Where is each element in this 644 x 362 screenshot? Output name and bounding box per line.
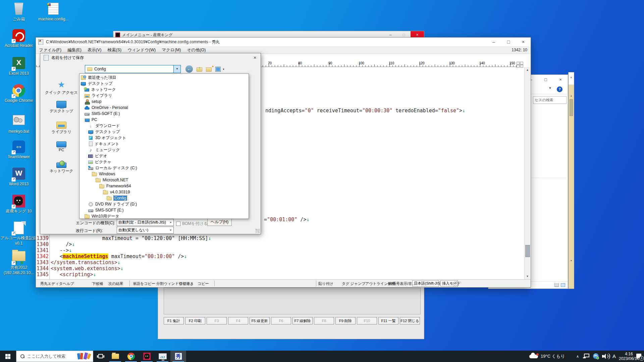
action-center-button[interactable]: 1 bbox=[635, 351, 644, 362]
scroll-down-icon[interactable]: ▼ bbox=[525, 274, 530, 279]
menu-item[interactable]: 編集(E) bbox=[64, 46, 85, 54]
new-folder-button[interactable]: * bbox=[205, 65, 214, 73]
tree-item[interactable]: SMS-SOFT (E:) bbox=[79, 111, 249, 117]
tree-item[interactable]: SMS-SOFT (E:) bbox=[79, 207, 249, 213]
taskbar-app-chrome[interactable] bbox=[123, 351, 139, 362]
desktop-icon-excel[interactable]: X↗Excel 2013 bbox=[0, 56, 37, 76]
tree-item[interactable]: Win10用データ bbox=[79, 213, 249, 219]
statusbar-resize-grip[interactable] bbox=[453, 281, 459, 287]
tree-item[interactable]: デスクトップ bbox=[79, 129, 249, 135]
list-view-icon[interactable] bbox=[554, 283, 559, 287]
function-key-button[interactable]: F7 線解除 bbox=[292, 317, 313, 324]
strip-scroll-down-icon[interactable]: ▼ bbox=[569, 259, 573, 262]
newline-code-combobox[interactable]: 自動(変更しない) ▼ bbox=[117, 227, 174, 234]
tree-item[interactable]: Framework64 bbox=[79, 183, 249, 189]
encoding-type-combobox[interactable]: 自動判定 - 日本語(Shift-JIS) ▼ bbox=[117, 219, 174, 226]
volume-tray-icon[interactable] bbox=[601, 351, 610, 362]
menu-item[interactable]: 検索(S) bbox=[104, 46, 124, 54]
statusbar-segment[interactable]: 秀丸エディタヘルプ bbox=[40, 281, 74, 286]
statusbar-segment[interactable]: 単語をコピー bbox=[133, 281, 155, 286]
tree-item[interactable]: Microsoft.NET bbox=[79, 177, 249, 183]
taskbar-app-explorer[interactable] bbox=[107, 351, 123, 362]
ribbon-collapse-chevron-icon[interactable]: ▼ bbox=[548, 86, 552, 90]
editor-maximize-button[interactable]: □ bbox=[501, 38, 516, 46]
tree-item[interactable]: ピクチャ bbox=[79, 159, 249, 165]
scrollbar-thumb[interactable] bbox=[525, 245, 530, 257]
back-button[interactable]: ← bbox=[185, 65, 193, 73]
tree-item[interactable]: Config bbox=[79, 195, 249, 201]
desktop-icon-bat[interactable]: menkyo.bat bbox=[0, 113, 37, 134]
menu-item[interactable]: 表示(V) bbox=[85, 46, 105, 54]
tree-item[interactable]: 最近使った項目 bbox=[79, 74, 249, 80]
tree-item[interactable]: v4.0.30319 bbox=[79, 189, 249, 195]
explorer-help-icon[interactable]: ? bbox=[557, 86, 562, 92]
menu-item[interactable]: その他(O) bbox=[184, 46, 209, 54]
strip-window-close-icon[interactable]: × bbox=[569, 72, 574, 85]
scroll-up-icon[interactable]: ▲ bbox=[525, 67, 530, 73]
desktop-icon-teamviewer[interactable]: ⇔↗TeamViewer bbox=[0, 140, 37, 159]
statusbar-segment[interactable]: 切り抜き bbox=[179, 281, 194, 286]
ruler-collapse-button[interactable]: « bbox=[517, 62, 523, 65]
editor-vertical-scrollbar[interactable]: ▲ ▼ bbox=[524, 67, 530, 279]
ruler-menu-button[interactable]: ≡ bbox=[517, 65, 523, 68]
hidden-icons-chevron[interactable]: ∧ bbox=[574, 351, 581, 362]
taskbar-app-hidemaru[interactable]: 秀 bbox=[170, 351, 186, 362]
search-highlight-icon[interactable] bbox=[77, 352, 92, 361]
desktop-icon-docfile[interactable]: ↗アルコール検査記録v0.1 bbox=[0, 221, 37, 246]
function-key-button[interactable]: F1 集計 bbox=[164, 317, 184, 324]
taskbar-app-graph[interactable] bbox=[155, 351, 170, 362]
encoding-status-box[interactable]: 日本語(Shift-JIS) bbox=[412, 280, 439, 287]
antivirus-tray-icon[interactable] bbox=[592, 351, 600, 362]
statusbar-segment[interactable]: タグ ジャンプ bbox=[342, 281, 366, 286]
sidebar-item-library[interactable]: ライブラリ bbox=[43, 120, 79, 134]
desktop-icon-recycle[interactable]: ごみ箱 bbox=[0, 2, 37, 21]
dialog-close-button[interactable]: × bbox=[249, 53, 261, 62]
statusbar-segment[interactable]: 次の結果 bbox=[108, 281, 123, 286]
weather-widget[interactable]: 19°C くもり bbox=[529, 351, 573, 362]
desktop-icon-notepad[interactable]: machine.config... bbox=[35, 2, 72, 21]
tree-item[interactable]: ローカル ディスク (C:) bbox=[79, 165, 249, 171]
menu-item[interactable]: ファイル(F) bbox=[36, 46, 64, 54]
desktop-icon-sharefolder[interactable]: ↗共有2012(192.168.20.10... bbox=[0, 249, 37, 275]
editor-titlebar[interactable]: C:¥Windows¥Microsoft.NET¥Framework64¥v4.… bbox=[36, 38, 531, 46]
explorer-close-button[interactable]: × bbox=[553, 75, 568, 85]
views-menu-button[interactable]: ▼ bbox=[215, 65, 225, 73]
combobox-dropdown-icon[interactable]: ▼ bbox=[173, 65, 180, 73]
tree-item[interactable]: デスクトップ bbox=[79, 80, 249, 86]
function-key-button[interactable]: F2 印刷 bbox=[185, 317, 205, 324]
up-one-level-button[interactable]: ↑ bbox=[196, 65, 204, 73]
desktop-icon-chrome[interactable]: ↗Google Chrome bbox=[0, 84, 37, 103]
network-tray-icon[interactable] bbox=[583, 351, 591, 362]
bom-checkbox-row[interactable]: BOMを付ける bbox=[176, 221, 208, 227]
tree-item[interactable]: OneDrive - Personal bbox=[79, 105, 249, 111]
statusbar-segment[interactable]: 貼り付け bbox=[318, 281, 333, 286]
tree-item[interactable]: ♪ミュージック bbox=[79, 147, 249, 153]
statusbar-segment[interactable]: コピー bbox=[198, 281, 209, 286]
tree-item[interactable]: 3D オブジェクト bbox=[79, 135, 249, 141]
function-key-button[interactable]: F12 閉じる bbox=[400, 317, 420, 324]
statusbar-segment[interactable]: 行番号表示/非... bbox=[389, 281, 415, 286]
strip-scroll-thumb[interactable] bbox=[570, 99, 573, 116]
sidebar-item-monitor[interactable]: デスクトップ bbox=[43, 100, 79, 114]
tree-item[interactable]: PC bbox=[79, 117, 249, 123]
sidebar-item-star[interactable]: ★クイック アクセス bbox=[43, 80, 79, 95]
start-button[interactable] bbox=[0, 351, 16, 362]
menu-item[interactable]: マクロ(M) bbox=[159, 46, 184, 54]
explorer-search-input[interactable]: セスの検索 bbox=[533, 96, 567, 104]
desktop-icon-word[interactable]: W↗Word 2013 bbox=[0, 167, 37, 186]
sidebar-item-pc[interactable]: PC bbox=[43, 140, 79, 152]
help-button[interactable]: ヘルプ(H) bbox=[207, 218, 232, 226]
dialog-titlebar[interactable]: 名前を付けて保存 × bbox=[40, 53, 261, 62]
tree-item[interactable]: ↓ダウンロード bbox=[79, 123, 249, 129]
taskbar-app-king[interactable] bbox=[139, 351, 155, 362]
tree-item[interactable]: ドキュメント bbox=[79, 141, 249, 147]
menu-item[interactable]: ウィンドウ(W) bbox=[124, 46, 159, 54]
editor-minimize-button[interactable]: – bbox=[486, 38, 501, 46]
sidebar-item-network[interactable]: ネットワーク bbox=[43, 161, 79, 174]
function-key-button[interactable]: F9 削除 bbox=[335, 317, 356, 324]
function-key-button[interactable]: F5 線更新 bbox=[250, 317, 270, 324]
desktop-icon-king[interactable]: ↗産廃キング 10 bbox=[0, 194, 37, 214]
save-location-combobox[interactable]: Config ▼ bbox=[85, 65, 181, 73]
tree-item[interactable]: ネットワーク bbox=[79, 86, 249, 93]
taskbar-search-input[interactable]: ここに入力して検索 bbox=[16, 351, 93, 362]
